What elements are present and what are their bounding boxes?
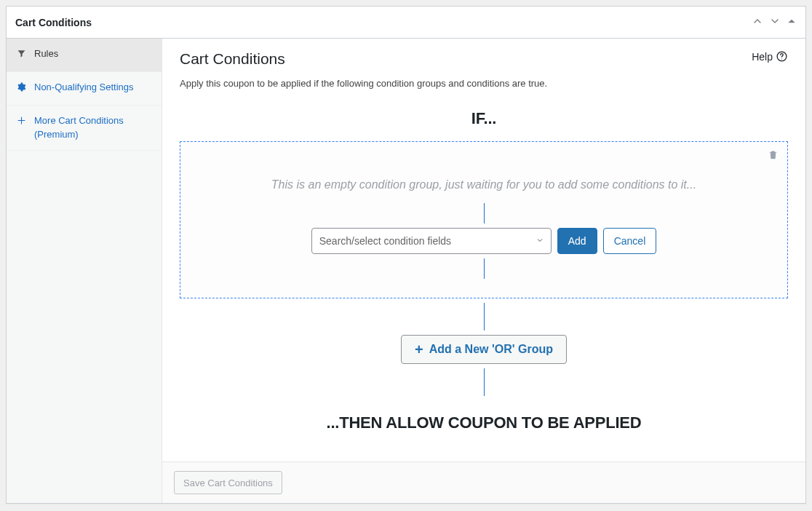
svg-point-1 — [781, 58, 782, 59]
help-link[interactable]: Help — [752, 50, 788, 63]
condition-select-wrap: Search/select condition fields — [311, 228, 552, 254]
metabox-title: Cart Conditions — [15, 17, 92, 28]
description-text: Apply this coupon to be applied if the f… — [180, 78, 788, 89]
help-label: Help — [752, 51, 773, 63]
save-button[interactable]: Save Cart Conditions — [174, 471, 282, 494]
cancel-button[interactable]: Cancel — [603, 228, 657, 254]
if-label: IF... — [180, 109, 788, 128]
move-down-icon[interactable] — [769, 15, 781, 29]
sidebar-item-label: Non-Qualifying Settings — [34, 81, 151, 95]
condition-row: Search/select condition fields Add Cance… — [192, 228, 776, 254]
main-header: Cart Conditions Help — [180, 50, 788, 78]
main-content: Cart Conditions Help Apply this coupon t… — [162, 39, 805, 462]
sidebar-item-non-qualifying[interactable]: Non-Qualifying Settings — [7, 72, 162, 106]
main-panel: Cart Conditions Help Apply this coupon t… — [162, 39, 805, 503]
condition-group: This is an empty condition group, just w… — [180, 141, 788, 298]
or-group-row: + Add a New 'OR' Group — [180, 335, 788, 364]
connector-line — [484, 303, 485, 330]
plus-icon — [17, 116, 27, 130]
move-up-icon[interactable] — [752, 15, 763, 29]
metabox-body: Rules Non-Qualifying Settings More Cart … — [7, 39, 805, 503]
gear-icon — [17, 82, 27, 96]
delete-group-button[interactable] — [768, 149, 779, 162]
sidebar-item-label: Rules — [34, 47, 151, 61]
cart-conditions-metabox: Cart Conditions Rules — [6, 6, 806, 504]
sidebar: Rules Non-Qualifying Settings More Cart … — [7, 39, 162, 503]
connector-line — [484, 368, 485, 396]
page-title: Cart Conditions — [180, 50, 285, 68]
empty-group-message: This is an empty condition group, just w… — [192, 155, 776, 199]
question-circle-icon — [776, 50, 788, 63]
trash-icon — [768, 149, 779, 160]
toggle-panel-icon[interactable] — [787, 16, 797, 28]
condition-field-select[interactable]: Search/select condition fields — [311, 228, 552, 254]
metabox-controls — [752, 15, 797, 29]
filter-icon — [17, 49, 27, 63]
connector-line — [484, 203, 485, 223]
footer: Save Cart Conditions — [162, 462, 805, 503]
plus-icon: + — [415, 342, 423, 357]
add-or-group-label: Add a New 'OR' Group — [429, 343, 553, 356]
add-or-group-button[interactable]: + Add a New 'OR' Group — [401, 335, 567, 364]
sidebar-item-label: More Cart Conditions (Premium) — [34, 114, 151, 142]
add-button[interactable]: Add — [557, 228, 597, 254]
metabox-header: Cart Conditions — [7, 7, 805, 39]
sidebar-item-more-conditions[interactable]: More Cart Conditions (Premium) — [7, 106, 162, 151]
then-label: ...THEN ALLOW COUPON TO BE APPLIED — [180, 413, 788, 432]
connector-line — [484, 258, 485, 279]
sidebar-item-rules[interactable]: Rules — [7, 39, 162, 72]
